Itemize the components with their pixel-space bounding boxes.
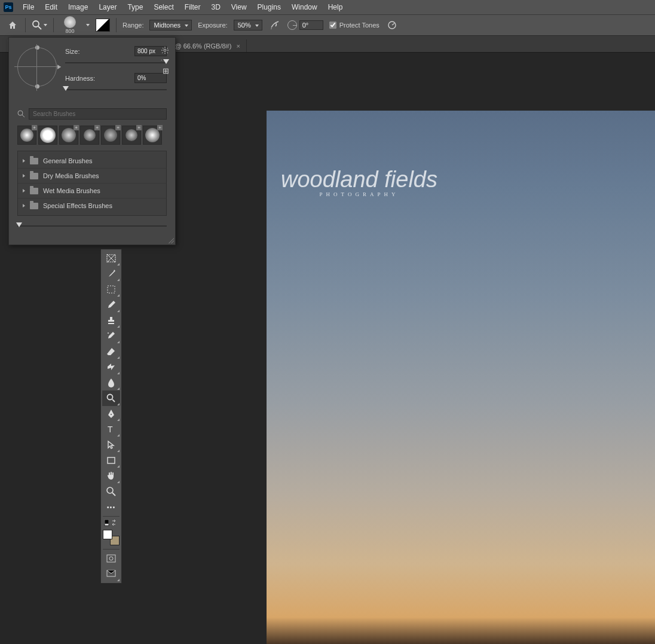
tool-rect-marquee[interactable] (102, 251, 120, 266)
angle-dial-icon (287, 20, 297, 30)
menu-3d[interactable]: 3D (206, 1, 225, 13)
svg-text:T: T (108, 425, 113, 434)
tool-history-brush[interactable] (102, 328, 120, 344)
tool-stamp[interactable] (102, 313, 120, 328)
dodge-tool-icon (32, 20, 42, 30)
recent-brush-5[interactable]: + (122, 126, 141, 145)
brush-folder-1-label: Dry Media Brushes (43, 172, 99, 179)
rect-marquee-icon (106, 253, 117, 264)
menu-view[interactable]: View (227, 1, 252, 13)
menu-file[interactable]: File (18, 1, 39, 13)
eyedropper-icon (106, 268, 117, 279)
screen-mode[interactable] (102, 566, 120, 582)
exposure-select[interactable]: 50% (234, 20, 262, 30)
hardness-label: Hardness: (65, 75, 95, 82)
tool-shape[interactable] (102, 453, 120, 468)
airbrush-button[interactable] (268, 19, 281, 32)
brush-folder-3-label: Special Effects Brushes (43, 202, 112, 209)
home-button[interactable] (6, 19, 19, 32)
svg-rect-15 (105, 520, 109, 524)
chevron-down-icon[interactable] (86, 24, 90, 26)
ps-logo: Ps (4, 2, 13, 12)
protect-tones-checkbox[interactable]: Protect Tones (329, 22, 379, 29)
recent-brush-2[interactable]: + (59, 126, 78, 145)
brush-angle-widget[interactable] (17, 47, 57, 87)
tool-more[interactable]: ••• (102, 499, 120, 515)
selection-icon (106, 284, 117, 295)
tool-hand[interactable] (102, 468, 120, 484)
menu-type[interactable]: Type (123, 1, 148, 13)
brush-folder-1[interactable]: Dry Media Brushes (18, 169, 166, 184)
color-swatch[interactable] (103, 530, 120, 545)
tool-eraser[interactable] (102, 344, 120, 359)
tool-gradient[interactable] (102, 359, 120, 375)
svg-rect-6 (108, 286, 115, 293)
tool-blur[interactable] (102, 375, 120, 390)
menu-edit[interactable]: Edit (40, 1, 62, 13)
brush-search-input[interactable] (29, 108, 167, 120)
dodge-icon (106, 393, 117, 404)
menu-image[interactable]: Image (63, 1, 93, 13)
tool-indicator[interactable] (32, 20, 47, 30)
brush-angle-control[interactable] (287, 20, 323, 30)
exposure-value: 50% (238, 22, 251, 29)
menu-select[interactable]: Select (149, 1, 178, 13)
size-slider[interactable] (65, 59, 167, 67)
stamp-icon (106, 315, 117, 326)
angle-input[interactable] (299, 20, 323, 30)
quick-mask[interactable] (102, 551, 120, 566)
tool-dodge[interactable] (102, 390, 120, 406)
brush-preset-panel: . ⊞ Size: Hardness: (8, 37, 176, 245)
tool-selection[interactable] (102, 282, 120, 297)
screen-mode-icon (106, 569, 117, 579)
brush-folder-2-label: Wet Media Brushes (43, 187, 100, 194)
menu-layer[interactable]: Layer (94, 1, 121, 13)
recent-brushes: + + + + + + (17, 126, 167, 145)
recent-brush-6[interactable]: + (143, 126, 162, 145)
folder-icon (30, 158, 38, 164)
tool-pen[interactable] (102, 406, 120, 422)
brush-panel-toggle[interactable] (96, 19, 110, 32)
svg-rect-16 (107, 555, 115, 562)
range-value: Midtones (154, 22, 180, 29)
brush-preset-picker[interactable]: 800 (60, 16, 80, 34)
pressure-button[interactable] (385, 19, 399, 32)
recent-brush-4[interactable]: + (101, 126, 120, 145)
brush-folder-0[interactable]: General Brushes (18, 154, 166, 169)
size-label: Size: (65, 48, 79, 55)
tool-path-select[interactable] (102, 437, 120, 453)
range-label: Range: (123, 22, 143, 29)
menu-plugins[interactable]: Plugins (253, 1, 286, 13)
foreground-color[interactable] (103, 530, 112, 539)
protect-tones-input[interactable] (329, 22, 336, 29)
brush-folder-2[interactable]: Wet Media Brushes (18, 184, 166, 199)
tab-1-close[interactable]: × (236, 42, 240, 50)
tool-brush[interactable] (102, 297, 120, 313)
hardness-slider[interactable] (65, 86, 167, 94)
panel-resize-handle[interactable] (168, 237, 174, 243)
menu-help[interactable]: Help (323, 1, 348, 13)
svg-line-21 (22, 115, 25, 117)
svg-point-7 (108, 332, 109, 334)
tool-eyedropper[interactable] (102, 266, 120, 282)
pen-icon (106, 408, 117, 419)
menu-window[interactable]: Window (287, 1, 322, 13)
gradient-icon (106, 362, 117, 373)
brush-folder-3[interactable]: Special Effects Brushes (18, 199, 166, 213)
brush-panel-new-preset[interactable]: ⊞ (163, 66, 169, 75)
options-bar: 800 Range: Midtones Exposure: 50% Protec… (0, 14, 655, 36)
recent-brush-3[interactable]: + (80, 126, 99, 145)
swap-colors[interactable] (102, 518, 120, 527)
pressure-icon (387, 20, 397, 30)
tool-zoom[interactable] (102, 484, 120, 499)
brush-folder-0-label: General Brushes (43, 157, 93, 164)
range-select[interactable]: Midtones (149, 20, 192, 30)
menu-filter[interactable]: Filter (180, 1, 206, 13)
zoom-icon (106, 486, 117, 497)
recent-brush-0[interactable]: + (17, 126, 36, 145)
brush-zoom-slider[interactable] (17, 222, 167, 230)
recent-brush-1[interactable] (38, 126, 57, 145)
svg-line-9 (112, 399, 115, 402)
hardness-input[interactable] (134, 73, 167, 83)
tool-type[interactable]: T (102, 422, 120, 437)
